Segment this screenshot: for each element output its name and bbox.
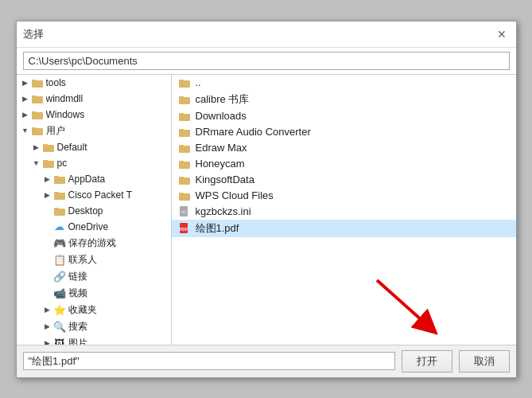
tree-item-pictures[interactable]: ▶🖼图片 bbox=[17, 335, 171, 345]
filename-input[interactable] bbox=[23, 352, 395, 370]
file-item-label: DRmare Audio Converter bbox=[196, 126, 311, 138]
folder-icon: 📹 bbox=[53, 287, 66, 299]
tree-item-videos[interactable]: 📹视频 bbox=[17, 285, 171, 302]
tree-item-OneDrive[interactable]: ☁OneDrive bbox=[17, 219, 171, 235]
svg-rect-16 bbox=[54, 209, 65, 216]
tree-item-label: OneDrive bbox=[68, 221, 109, 232]
chevron-icon bbox=[42, 221, 53, 232]
svg-rect-1 bbox=[32, 80, 37, 81]
cancel-button[interactable]: 取消 bbox=[459, 350, 510, 373]
tree-item-label: 收藏夹 bbox=[68, 303, 97, 317]
dialog-window: 选择 ✕ ▶tools▶windmdll▶Windows▼用户▶Default▼… bbox=[16, 21, 517, 378]
file-item-calibre[interactable]: calibre 书库 bbox=[172, 91, 516, 108]
tree-item-label: Default bbox=[57, 142, 87, 153]
chevron-icon: ▶ bbox=[20, 109, 31, 120]
path-bar bbox=[17, 48, 516, 75]
file-item-label: 绘图1.pdf bbox=[196, 221, 239, 236]
folder-icon bbox=[42, 141, 55, 154]
file-item-label: Edraw Max bbox=[196, 142, 247, 154]
titlebar: 选择 ✕ bbox=[17, 21, 516, 48]
tree-item-search[interactable]: ▶🔍搜索 bbox=[17, 318, 171, 335]
tree-item-contacts[interactable]: 📋联系人 bbox=[17, 252, 171, 268]
file-panel: ..calibre 书库DownloadsDRmare Audio Conver… bbox=[172, 75, 516, 345]
svg-rect-31 bbox=[179, 145, 184, 146]
tree-item-label: tools bbox=[46, 77, 66, 88]
chevron-icon bbox=[42, 237, 53, 248]
tree-item-label: 用户 bbox=[46, 124, 65, 138]
tree-item-savedgames[interactable]: 🎮保存的游戏 bbox=[17, 235, 171, 252]
svg-rect-32 bbox=[179, 162, 190, 169]
svg-rect-36 bbox=[179, 193, 190, 201]
folder-icon bbox=[178, 110, 191, 123]
tree-item-Windows[interactable]: ▶Windows bbox=[17, 107, 171, 123]
tree-item-Desktop[interactable]: Desktop bbox=[17, 203, 171, 219]
folder-icon: 🎮 bbox=[53, 236, 66, 249]
file-item-DRmareAudio[interactable]: DRmare Audio Converter bbox=[172, 124, 516, 140]
svg-text:PDF: PDF bbox=[180, 227, 188, 232]
svg-text:ini: ini bbox=[181, 209, 185, 214]
tree-item-AppData[interactable]: ▶AppData bbox=[17, 171, 171, 187]
svg-rect-13 bbox=[54, 176, 59, 178]
svg-rect-24 bbox=[179, 97, 190, 104]
tree-item-CiscoPacket[interactable]: ▶Cisco Packet T bbox=[17, 187, 171, 203]
tree-item-links[interactable]: 🔗链接 bbox=[17, 268, 171, 285]
chevron-icon: ▶ bbox=[20, 77, 31, 88]
tree-item-Default[interactable]: ▶Default bbox=[17, 139, 171, 155]
svg-rect-29 bbox=[179, 129, 184, 131]
folder-icon bbox=[31, 76, 44, 89]
file-item-WPSCloud[interactable]: WPS Cloud Files bbox=[172, 188, 516, 204]
chevron-icon bbox=[42, 271, 53, 282]
svg-rect-27 bbox=[179, 113, 184, 115]
svg-rect-10 bbox=[43, 161, 54, 168]
svg-rect-0 bbox=[32, 80, 43, 88]
svg-rect-2 bbox=[32, 96, 43, 103]
tree-item-windmdll[interactable]: ▶windmdll bbox=[17, 91, 171, 107]
pdf-icon: PDF bbox=[178, 222, 191, 235]
folder-icon bbox=[178, 76, 191, 89]
tree-item-label: 视频 bbox=[68, 287, 87, 300]
tree-item-label: windmdll bbox=[46, 93, 83, 104]
close-button[interactable]: ✕ bbox=[494, 26, 510, 42]
chevron-icon: ▶ bbox=[42, 304, 53, 315]
tree-item-tools[interactable]: ▶tools bbox=[17, 75, 171, 91]
chevron-icon: ▶ bbox=[42, 189, 53, 201]
file-item-Honeycam[interactable]: Honeycam bbox=[172, 156, 516, 172]
svg-rect-37 bbox=[179, 193, 184, 194]
tree-item-label: 保存的游戏 bbox=[68, 236, 116, 250]
svg-rect-15 bbox=[54, 192, 59, 193]
svg-rect-3 bbox=[32, 96, 37, 97]
folder-icon: 🖼 bbox=[53, 337, 66, 345]
file-item-kgzbckzs[interactable]: inikgzbckzs.ini bbox=[172, 204, 516, 220]
open-button[interactable]: 打开 bbox=[402, 350, 452, 373]
tree-item-label: 搜索 bbox=[68, 320, 87, 334]
file-item-KingsoftData[interactable]: KingsoftData bbox=[172, 172, 516, 188]
file-item-label: KingsoftData bbox=[196, 174, 254, 185]
file-item-label: Downloads bbox=[196, 110, 247, 122]
chevron-icon: ▼ bbox=[20, 125, 31, 136]
svg-rect-6 bbox=[32, 128, 43, 135]
folder-icon bbox=[42, 157, 55, 170]
file-item-label: kgzbckzs.ini bbox=[196, 205, 251, 217]
svg-rect-9 bbox=[43, 144, 48, 146]
tree-item-favorites[interactable]: ▶⭐收藏夹 bbox=[17, 302, 171, 318]
file-item-Downloads[interactable]: Downloads bbox=[172, 108, 516, 124]
folder-icon bbox=[178, 158, 191, 170]
folder-icon bbox=[53, 189, 66, 201]
file-item-label: Honeycam bbox=[196, 158, 245, 170]
folder-icon bbox=[178, 93, 191, 106]
folder-icon bbox=[178, 174, 191, 186]
chevron-icon bbox=[42, 254, 53, 265]
folder-icon: ☁ bbox=[53, 220, 66, 233]
tree-item-pc[interactable]: ▼pc bbox=[17, 155, 171, 171]
folder-icon bbox=[31, 92, 44, 105]
svg-rect-33 bbox=[179, 161, 184, 162]
file-item-EdrawMax[interactable]: Edraw Max bbox=[172, 140, 516, 156]
path-input[interactable] bbox=[23, 52, 510, 70]
svg-rect-5 bbox=[32, 111, 37, 113]
file-item-huitu1[interactable]: PDF绘图1.pdf bbox=[172, 220, 516, 237]
svg-rect-8 bbox=[43, 145, 54, 152]
dialog-title: 选择 bbox=[23, 27, 44, 41]
tree-item-yonghu[interactable]: ▼用户 bbox=[17, 123, 171, 139]
folder-icon bbox=[178, 126, 191, 139]
file-item-parent[interactable]: .. bbox=[172, 75, 516, 91]
